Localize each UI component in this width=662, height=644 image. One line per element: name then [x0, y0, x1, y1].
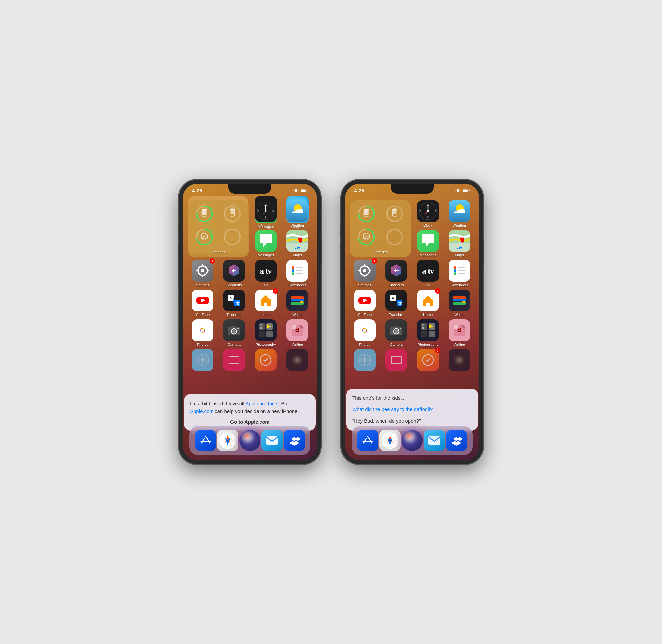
- clock-app-2[interactable]: 12693 Clock: [413, 200, 442, 227]
- svg-rect-79: [202, 275, 203, 277]
- photos-app-2[interactable]: Photos: [350, 319, 379, 346]
- camera-app-2[interactable]: Camera: [382, 319, 411, 346]
- svg-rect-204: [458, 273, 465, 274]
- wifi-icon-2: [455, 189, 461, 192]
- partial-app1-1[interactable]: [188, 349, 217, 371]
- siri-orb-2[interactable]: [402, 430, 423, 451]
- partial-app1-2[interactable]: [350, 349, 379, 371]
- dock-safari-icon-1: [217, 430, 238, 451]
- home-app-2[interactable]: 2 Home: [413, 290, 442, 317]
- svg-rect-170: [364, 238, 366, 239]
- reminders-app-2[interactable]: Reminders: [445, 260, 474, 287]
- dock-siri-1[interactable]: [239, 430, 260, 451]
- youtube-app-1[interactable]: YouTube: [188, 290, 217, 317]
- youtube-label-1: YouTube: [195, 313, 209, 317]
- partial-app2-1[interactable]: [220, 349, 249, 371]
- dock-dropbox-1[interactable]: [284, 430, 305, 451]
- wallet-app-1[interactable]: Wallet: [283, 290, 312, 317]
- svg-rect-146: [266, 436, 278, 445]
- settings-icon-2: 1: [354, 260, 376, 282]
- dock-appstore-2[interactable]: [357, 430, 378, 451]
- translate-icon-1: A文: [223, 290, 245, 312]
- dock-dropbox-2[interactable]: [446, 430, 467, 451]
- weather-app-r1[interactable]: Weather: [283, 200, 312, 227]
- dock-siri-2[interactable]: [402, 430, 423, 451]
- wallet-label-2: Wallet: [454, 313, 464, 317]
- home-app-1[interactable]: 2 Home: [251, 290, 280, 317]
- writing-app-2[interactable]: B Writing: [445, 319, 474, 346]
- svg-rect-48: [231, 208, 234, 210]
- messages-label-2: Messages: [420, 253, 436, 257]
- settings-app-1[interactable]: 1 Settings: [188, 260, 217, 287]
- svg-point-173: [387, 229, 402, 245]
- maps-app-r2[interactable]: 280 Maps: [283, 230, 312, 257]
- settings-app-2[interactable]: 1 Settings: [350, 260, 379, 287]
- shortcuts-app-2[interactable]: Shortcuts: [382, 260, 411, 287]
- wallet-icon-1: [286, 290, 308, 312]
- dock-safari-1[interactable]: [217, 430, 238, 451]
- clock-icon-r1: 12693: [255, 200, 277, 222]
- writing-app-1[interactable]: B Writing: [283, 319, 312, 346]
- svg-text:280: 280: [295, 246, 300, 249]
- svg-rect-239: [422, 324, 424, 326]
- partial-icon1-2: [354, 349, 376, 371]
- reminders-app-1[interactable]: Reminders: [283, 260, 312, 287]
- svg-rect-238: [429, 331, 435, 337]
- settings-badge-1: 1: [209, 258, 215, 264]
- svg-rect-153: [469, 190, 470, 191]
- siri-link-1[interactable]: Go to Apple.com: [190, 419, 310, 424]
- writing-icon-1: B: [286, 319, 308, 341]
- shortcuts-label-1: Shortcuts: [226, 283, 242, 287]
- partial-icon4-1: [286, 349, 308, 371]
- translate-app-1[interactable]: A文 Translate: [220, 290, 249, 317]
- tv-app-2[interactable]: atv TV: [413, 260, 442, 287]
- svg-text:A: A: [229, 296, 232, 300]
- tv-icon-1: atv: [255, 260, 277, 282]
- shortcuts-icon-2: [385, 260, 407, 282]
- weather-app-2[interactable]: Weather: [445, 200, 474, 227]
- partial-app4-1[interactable]: [283, 349, 312, 371]
- photos-app-1[interactable]: Photos: [188, 319, 217, 346]
- dock-appstore-1[interactable]: [195, 430, 216, 451]
- photography-app-2[interactable]: Photography: [413, 319, 442, 346]
- translate-app-2[interactable]: A文 Translate: [382, 290, 411, 317]
- writing-label-2: Writing: [454, 343, 465, 346]
- messages-app-2[interactable]: Messages: [413, 230, 442, 257]
- maps-app-2[interactable]: 280 Maps: [445, 230, 474, 257]
- partial-app3-2[interactable]: 3: [413, 349, 442, 371]
- tv-app-1[interactable]: atv TV: [251, 260, 280, 287]
- svg-point-201: [454, 269, 456, 272]
- photos-icon-2: [354, 319, 376, 341]
- home-icon-1: 2: [255, 290, 277, 312]
- camera-icon-1: [223, 319, 245, 341]
- battery-icon-1: [300, 189, 308, 192]
- clock-app-r1[interactable]: 12693 Clock: [251, 200, 280, 227]
- dock-safari-2[interactable]: [379, 430, 401, 451]
- svg-text:文: 文: [236, 301, 239, 305]
- partial-app4-2[interactable]: [445, 349, 474, 371]
- partial-app3-1[interactable]: [251, 349, 280, 371]
- partial-app2-2[interactable]: [382, 349, 411, 371]
- wallet-app-2[interactable]: Wallet: [445, 290, 474, 317]
- youtube-app-2[interactable]: YouTube: [350, 290, 379, 317]
- svg-rect-1: [307, 190, 307, 191]
- camera-app-1[interactable]: Camera: [220, 319, 249, 346]
- weather-icon-2: [449, 200, 470, 222]
- shortcuts-app-1[interactable]: Shortcuts: [220, 260, 249, 287]
- reminders-icon-2: [449, 260, 470, 282]
- svg-rect-44: [202, 210, 206, 215]
- dock-mail-2[interactable]: [424, 430, 445, 451]
- status-icons-2: [455, 189, 470, 192]
- siri-text-2-line3: "Hey Bud, when do you open?": [352, 417, 472, 425]
- reminders-label-1: Reminders: [289, 283, 306, 287]
- dock-mail-1[interactable]: [261, 430, 283, 451]
- photography-app-1[interactable]: Photography: [251, 319, 280, 346]
- siri-orb-1[interactable]: [239, 430, 260, 451]
- svg-point-172: [365, 236, 367, 237]
- photos-label-2: Photos: [359, 343, 370, 346]
- messages-app-r2[interactable]: Messages: [251, 230, 280, 257]
- svg-rect-78: [202, 264, 203, 267]
- home-label-1: Home: [261, 313, 270, 317]
- svg-point-218: [462, 301, 464, 303]
- maps-icon-2: 280: [449, 230, 470, 252]
